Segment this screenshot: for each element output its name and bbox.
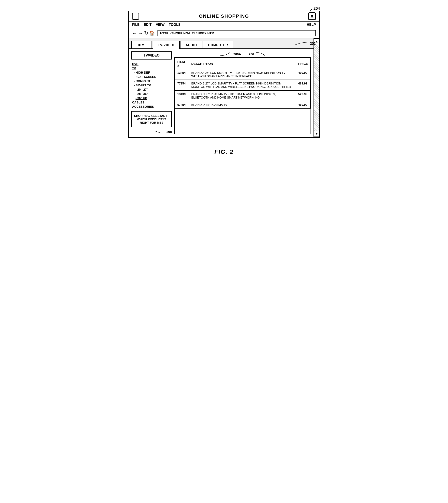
home-button[interactable]: 🏠 [149, 31, 155, 36]
refresh-button[interactable]: ↻ [144, 31, 148, 36]
item-desc-4: BRAND D 24" PLASMA TV [189, 101, 296, 108]
scroll-down-arrow[interactable]: ▼ [314, 131, 319, 137]
label-202-callout: 202 [294, 41, 316, 47]
shopping-assistant[interactable]: SHOPPING ASSISTANT - WHICH PRODUCT IS RI… [131, 111, 172, 127]
col-description: DESCRIPTION [189, 58, 296, 69]
label-206: 206 [249, 52, 254, 56]
table-row: 67454 BRAND D 24" PLASMA TV 469.99 [175, 101, 310, 108]
label-206a-callout: 206A 206 [174, 51, 311, 56]
sidebar-category: TV/VIDEO [131, 51, 172, 60]
title-bar: ONLINE SHOPPING X [129, 11, 319, 21]
address-bar: ← → ↻ 🏠 [129, 28, 319, 38]
item-price-2: 489.99 [296, 80, 310, 90]
menu-tools[interactable]: TOOLS [169, 23, 180, 27]
sidebar-link-dvd[interactable]: DVD [131, 62, 172, 66]
tab-home[interactable]: HOME [131, 41, 152, 49]
sidebar-link-smarttv[interactable]: - SMART TV [131, 84, 172, 87]
tab-tvvideo[interactable]: TV/VIDEO [153, 41, 180, 49]
item-price-3: 529.99 [296, 90, 310, 101]
menu-bar: FILE EDIT VIEW TOOLS HELP [129, 21, 319, 28]
table-row: 13439 BRAND C 27" PLASMA TV - HD TUNER A… [175, 90, 310, 101]
left-sidebar: TV/VIDEO DVD TV - HIGH DEF - FLAT SCREEN… [131, 51, 172, 134]
table-row: 13454 BRAND A 25" LCD SMART TV - FLAT SC… [175, 69, 310, 80]
browser-title: ONLINE SHOPPING [199, 14, 249, 19]
sidebar-link-accessories[interactable]: ACCESSORIES [131, 105, 172, 109]
figure-caption: FIG. 2 [214, 149, 234, 155]
table-section: 206A 206 ITEM # [174, 51, 311, 134]
label-206a-arrow [219, 51, 232, 56]
table-row: 77354 BRAND B 27" LCD SMART TV - FLAT SC… [175, 80, 310, 90]
label-208: 208 [166, 130, 172, 134]
sidebar-link-20-27[interactable]: - 20 - 27" [131, 88, 172, 92]
content-area: HOME TV/VIDEO AUDIO COMPUTER 202 [129, 38, 319, 137]
forward-button[interactable]: → [138, 31, 143, 36]
scroll-track[interactable] [314, 44, 319, 131]
sidebar-link-36up[interactable]: - 36" UP [131, 96, 172, 100]
product-table: ITEM # DESCRIPTION PRICE 13454 BRAND A 2… [175, 58, 311, 109]
item-price-1: 499.99 [296, 69, 310, 80]
sidebar-link-28-36[interactable]: - 28 - 36" [131, 92, 172, 96]
menu-edit[interactable]: EDIT [144, 23, 152, 27]
label-202: 202 [310, 42, 316, 46]
url-input[interactable] [158, 30, 316, 36]
label-202-arrow [294, 41, 309, 47]
tab-audio[interactable]: AUDIO [180, 41, 202, 49]
main-content: HOME TV/VIDEO AUDIO COMPUTER 202 [129, 38, 314, 137]
sidebar-link-tv[interactable]: TV [131, 66, 172, 70]
label-208-wrapper: 208 [131, 130, 172, 134]
label-206-arrow [255, 51, 266, 56]
tab-computer[interactable]: COMPUTER [203, 41, 233, 49]
item-num-4: 67454 [175, 101, 189, 108]
nav-tabs: HOME TV/VIDEO AUDIO COMPUTER 202 [129, 38, 314, 49]
label-206a: 206A [233, 52, 241, 56]
col-price: PRICE [296, 58, 310, 69]
menu-bar-left: FILE EDIT VIEW TOOLS [132, 23, 180, 27]
sidebar-link-cables[interactable]: CABLES [131, 101, 172, 104]
col-item: ITEM # [175, 58, 189, 69]
item-desc-3: BRAND C 27" PLASMA TV - HD TUNER AND 3 H… [189, 90, 296, 101]
sidebar-link-compact[interactable]: - COMPACT [131, 79, 172, 83]
close-button[interactable]: X [308, 12, 316, 20]
item-desc-2: BRAND B 27" LCD SMART TV - FLAT SCREEN H… [189, 80, 296, 90]
label-208-arrow [154, 130, 166, 134]
product-table-wrapper: ITEM # DESCRIPTION PRICE 13454 BRAND A 2… [174, 57, 311, 134]
browser-window: ONLINE SHOPPING X FILE EDIT VIEW TOOLS H… [128, 11, 320, 138]
sidebar-link-flatscreen[interactable]: - FLAT SCREEN [131, 75, 172, 79]
back-button[interactable]: ← [132, 31, 137, 36]
menu-help[interactable]: HELP [307, 23, 316, 27]
item-num-1: 13454 [175, 69, 189, 80]
browser-icon [132, 13, 139, 20]
item-price-4: 469.99 [296, 101, 310, 108]
menu-view[interactable]: VIEW [156, 23, 164, 27]
sidebar-links: DVD TV - HIGH DEF - FLAT SCREEN - COMPAC… [131, 61, 172, 109]
menu-file[interactable]: FILE [132, 23, 140, 27]
table-header-row: ITEM # DESCRIPTION PRICE [175, 58, 310, 69]
item-num-3: 13439 [175, 90, 189, 101]
body-section: TV/VIDEO DVD TV - HIGH DEF - FLAT SCREEN… [129, 49, 314, 137]
item-desc-1: BRAND A 25" LCD SMART TV - FLAT SCREEN H… [189, 69, 296, 80]
scrollbar: ▲ ▼ [314, 38, 319, 137]
item-num-2: 77354 [175, 80, 189, 90]
sidebar-link-highdef[interactable]: - HIGH DEF [131, 71, 172, 74]
label-204: 204 [314, 6, 320, 11]
nav-buttons: ← → ↻ 🏠 [132, 31, 155, 36]
